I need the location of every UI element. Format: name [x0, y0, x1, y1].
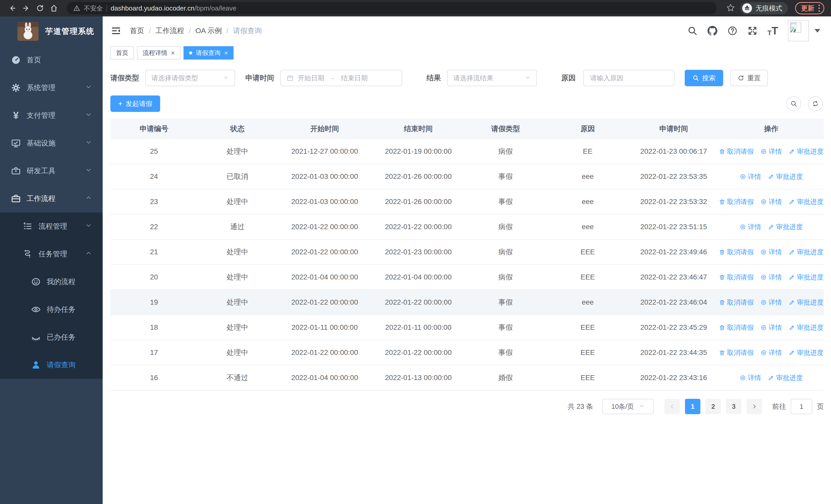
search-icon[interactable]: [687, 26, 697, 36]
cell-status: 处理中: [198, 197, 277, 207]
close-icon[interactable]: ×: [224, 50, 228, 56]
detail-link[interactable]: 详情: [761, 348, 782, 357]
close-icon[interactable]: ×: [171, 50, 175, 56]
address-bar[interactable]: 不安全 dashboard.yudao.iocoder.cn/bpm/oa/le…: [67, 2, 717, 14]
tab-1[interactable]: 流程详情×: [137, 46, 180, 60]
github-icon[interactable]: [707, 26, 718, 36]
reset-button[interactable]: 重置: [730, 70, 768, 86]
detail-link[interactable]: 详情: [761, 197, 782, 206]
cell-leave-type: 病假: [464, 272, 547, 282]
sidebar-item-0[interactable]: 首页: [0, 46, 103, 74]
detail-link[interactable]: 详情: [761, 147, 782, 156]
detail-link[interactable]: 详情: [761, 323, 782, 332]
help-icon[interactable]: [727, 26, 738, 36]
sidebar-item-9[interactable]: 待办任务: [0, 296, 103, 323]
page-button-2[interactable]: 2: [706, 399, 721, 414]
progress-link[interactable]: 审批进度: [789, 197, 824, 206]
apply-time-range-picker[interactable]: 开始日期 - 结束日期: [280, 70, 402, 86]
tab-2[interactable]: 请假查询×: [183, 46, 233, 60]
sidebar-item-5[interactable]: 工作流程: [0, 185, 103, 212]
breadcrumb-item-0[interactable]: 首页: [130, 26, 144, 36]
cell-id: 20: [110, 273, 198, 281]
url-text[interactable]: dashboard.yudao.iocoder.cn/bpm/oa/leave: [111, 4, 236, 12]
prev-page-button[interactable]: [664, 399, 680, 414]
home-icon[interactable]: [48, 3, 60, 14]
progress-link[interactable]: 审批进度: [789, 298, 824, 307]
cancel-leave-link[interactable]: 取消请假: [719, 298, 754, 307]
sidebar-item-4[interactable]: 研发工具: [0, 157, 103, 185]
breadcrumb-item-1[interactable]: 工作流程: [155, 26, 184, 36]
yen-icon: ¥: [10, 110, 22, 121]
avatar-caret-icon[interactable]: [814, 29, 820, 33]
progress-link[interactable]: 审批进度: [768, 172, 803, 181]
action-label: 详情: [748, 374, 761, 382]
progress-link[interactable]: 审批进度: [789, 147, 824, 156]
next-page-button[interactable]: [747, 399, 762, 414]
cancel-leave-link[interactable]: 取消请假: [719, 248, 754, 257]
goto-page-input[interactable]: [791, 399, 812, 414]
not-secure-warning-icon[interactable]: [74, 5, 80, 11]
browser-update-button[interactable]: 更新: [795, 2, 824, 14]
sidebar-item-label: 请假查询: [47, 360, 76, 370]
result-select[interactable]: 请选择流结果: [447, 70, 537, 86]
bookmark-star-icon[interactable]: [726, 3, 735, 13]
sidebar-item-6[interactable]: 流程管理: [0, 212, 103, 240]
progress-link[interactable]: 审批进度: [789, 348, 824, 357]
breadcrumb-item-2[interactable]: OA 示例: [196, 26, 222, 36]
reload-icon[interactable]: [34, 3, 46, 14]
sidebar-item-11[interactable]: 请假查询: [0, 351, 103, 379]
page-size-select[interactable]: 10条/页: [602, 399, 654, 414]
broken-image-icon: [790, 22, 801, 33]
cancel-leave-link[interactable]: 取消请假: [719, 348, 754, 357]
sidebar-item-8[interactable]: 我的流程: [0, 268, 103, 296]
progress-link[interactable]: 审批进度: [768, 223, 803, 232]
sidebar-item-10[interactable]: 已办任务: [0, 323, 103, 351]
refresh-button[interactable]: [808, 96, 823, 111]
sidebar-item-3[interactable]: 基础设施: [0, 129, 103, 157]
sidebar-item-1[interactable]: 系统管理: [0, 74, 103, 101]
column-header-0: 申请编号: [110, 124, 198, 134]
sidebar-item-2[interactable]: ¥支付管理: [0, 101, 103, 129]
cell-start-time: 2022-01-04 00:00:00: [277, 273, 372, 281]
progress-link[interactable]: 审批进度: [789, 273, 824, 282]
progress-link[interactable]: 审批进度: [768, 374, 803, 382]
cell-leave-type: 事假: [464, 197, 547, 207]
search-button[interactable]: 搜索: [685, 70, 723, 86]
cancel-leave-link[interactable]: 取消请假: [719, 197, 754, 206]
back-icon[interactable]: [7, 3, 18, 14]
sidebar-item-7[interactable]: 任务管理: [0, 240, 103, 268]
browser-menu-icon[interactable]: [819, 5, 820, 12]
fullscreen-icon[interactable]: [747, 26, 757, 36]
font-size-icon[interactable]: TT: [767, 25, 778, 36]
sidebar-item-label: 首页: [27, 55, 41, 65]
view-icon: [761, 199, 767, 205]
detail-link[interactable]: 详情: [740, 172, 761, 181]
leave-type-select[interactable]: 请选择请假类型: [145, 70, 235, 86]
tab-0[interactable]: 首页: [110, 46, 134, 60]
avatar[interactable]: [788, 20, 809, 41]
cell-actions: 详情审批进度: [719, 223, 824, 232]
toggle-search-button[interactable]: [786, 96, 801, 111]
create-leave-button[interactable]: + 发起请假: [110, 95, 160, 112]
detail-link[interactable]: 详情: [740, 223, 761, 232]
page-button-1[interactable]: 1: [685, 399, 700, 414]
sidebar-fold-icon[interactable]: [110, 25, 122, 36]
cancel-leave-link[interactable]: 取消请假: [719, 147, 754, 156]
cancel-leave-link[interactable]: 取消请假: [719, 323, 754, 332]
progress-link[interactable]: 审批进度: [789, 248, 824, 257]
table-header: 申请编号状态开始时间结束时间请假类型原因申请时间操作: [110, 119, 824, 139]
security-label[interactable]: 不安全: [84, 4, 103, 12]
action-label: 取消请假: [727, 248, 754, 257]
page-button-3[interactable]: 3: [726, 399, 741, 414]
detail-link[interactable]: 详情: [761, 298, 782, 307]
detail-link[interactable]: 详情: [761, 273, 782, 282]
detail-link[interactable]: 详情: [740, 374, 761, 382]
app-logo[interactable]: 芋道管理系统: [0, 17, 103, 46]
cancel-leave-link[interactable]: 取消请假: [719, 273, 754, 282]
cell-actions: 取消请假详情审批进度: [719, 147, 824, 156]
progress-link[interactable]: 审批进度: [789, 323, 824, 332]
incognito-badge[interactable]: 无痕模式: [740, 2, 788, 14]
reason-input[interactable]: [583, 70, 675, 86]
forward-icon[interactable]: [21, 3, 32, 14]
detail-link[interactable]: 详情: [761, 248, 782, 257]
